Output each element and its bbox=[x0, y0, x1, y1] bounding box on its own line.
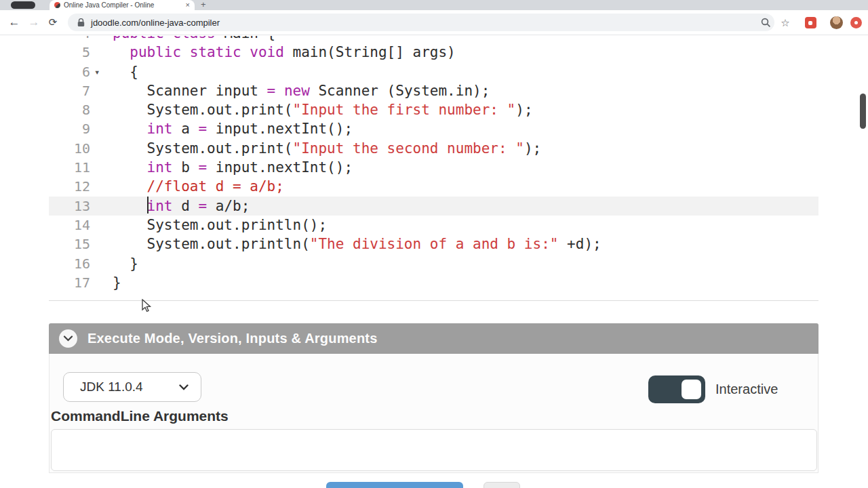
forward-button[interactable]: → bbox=[26, 10, 42, 35]
code-line-10[interactable]: 10 System.out.print("Input the second nu… bbox=[49, 139, 818, 158]
jdk-version-dropdown[interactable]: JDK 11.0.4 bbox=[63, 372, 201, 402]
fold-spacer bbox=[90, 36, 113, 43]
code-text: public static void main(String[] args) bbox=[113, 43, 818, 62]
browser-window: Online Java Compiler - Online × + ← → ⟳ … bbox=[0, 0, 868, 488]
fold-spacer bbox=[90, 177, 113, 196]
execute-panel-header[interactable]: Execute Mode, Version, Inputs & Argument… bbox=[49, 323, 818, 354]
fold-spacer bbox=[90, 235, 113, 253]
fold-spacer bbox=[90, 139, 113, 158]
code-text: int a = input.nextInt(); bbox=[113, 119, 818, 138]
secondary-action-button[interactable] bbox=[484, 482, 520, 488]
window-controls[interactable] bbox=[11, 1, 35, 9]
toggle-knob bbox=[682, 380, 701, 399]
code-text: int d = a/b; bbox=[113, 197, 818, 216]
fold-spacer bbox=[90, 43, 113, 62]
code-text: { bbox=[113, 62, 818, 81]
extension-icon[interactable] bbox=[804, 10, 817, 35]
zoom-icon[interactable] bbox=[758, 10, 773, 35]
chevron-down-icon bbox=[63, 336, 73, 342]
text-cursor bbox=[147, 197, 149, 214]
fold-spacer bbox=[90, 100, 113, 119]
line-number: 13 bbox=[49, 197, 90, 216]
commandline-arguments-label: CommandLine Arguments bbox=[51, 408, 229, 424]
code-line-14[interactable]: 14 System.out.println(); bbox=[49, 216, 818, 235]
editor-lines: 4public class Main {5 public static void… bbox=[49, 36, 818, 292]
code-line-6[interactable]: 6▾ { bbox=[49, 62, 818, 81]
line-number: 15 bbox=[49, 235, 90, 253]
back-button[interactable]: ← bbox=[6, 10, 22, 35]
line-number: 4 bbox=[49, 36, 90, 43]
profile-avatar[interactable] bbox=[829, 10, 844, 35]
line-number: 17 bbox=[49, 273, 90, 292]
line-number: 14 bbox=[49, 216, 90, 235]
fold-spacer bbox=[90, 216, 113, 235]
fold-spacer bbox=[90, 119, 113, 138]
code-line-12[interactable]: 12 //float d = a/b; bbox=[49, 177, 818, 196]
code-text: System.out.println(); bbox=[113, 216, 818, 235]
code-text: System.out.print("Input the first number… bbox=[113, 100, 818, 119]
fold-spacer bbox=[90, 158, 113, 177]
browser-menu-icon[interactable] bbox=[848, 10, 863, 35]
scrollbar-thumb[interactable] bbox=[860, 94, 866, 129]
tab-close-icon[interactable]: × bbox=[186, 0, 190, 10]
line-number: 7 bbox=[49, 81, 90, 100]
code-text: } bbox=[113, 273, 818, 292]
new-tab-button[interactable]: + bbox=[201, 0, 206, 10]
code-line-8[interactable]: 8 System.out.print("Input the first numb… bbox=[49, 100, 818, 119]
url-bar[interactable]: jdoodle.com/online-java-compiler bbox=[68, 14, 774, 31]
code-line-17[interactable]: 17} bbox=[49, 273, 818, 292]
code-line-5[interactable]: 5 public static void main(String[] args) bbox=[49, 43, 818, 62]
reload-button[interactable]: ⟳ bbox=[45, 10, 61, 35]
code-line-11[interactable]: 11 int b = input.nextInt(); bbox=[49, 158, 818, 177]
execute-panel-body: JDK 11.0.4 Interactive CommandLine Argum… bbox=[49, 354, 818, 473]
tab-title: Online Java Compiler - Online bbox=[64, 1, 183, 9]
line-number: 10 bbox=[49, 139, 90, 158]
collapse-toggle[interactable] bbox=[59, 329, 77, 348]
code-text: System.out.print("Input the second numbe… bbox=[113, 139, 818, 158]
fold-spacer bbox=[90, 273, 113, 292]
fold-arrow-icon[interactable]: ▾ bbox=[90, 62, 113, 81]
bookmark-star-icon[interactable]: ☆ bbox=[778, 10, 793, 35]
line-number: 6 bbox=[49, 62, 90, 81]
mouse-cursor bbox=[141, 299, 152, 312]
line-number: 16 bbox=[49, 254, 90, 273]
code-line-4[interactable]: 4public class Main { bbox=[49, 36, 818, 43]
line-number: 8 bbox=[49, 100, 90, 119]
fold-spacer bbox=[90, 81, 113, 100]
code-line-7[interactable]: 7 Scanner input = new Scanner (System.in… bbox=[49, 81, 818, 100]
tab-strip: Online Java Compiler - Online × + bbox=[0, 0, 868, 10]
code-line-9[interactable]: 9 int a = input.nextInt(); bbox=[49, 119, 818, 138]
jdk-version-label: JDK 11.0.4 bbox=[80, 380, 179, 394]
code-text: Scanner input = new Scanner (System.in); bbox=[113, 81, 818, 100]
interactive-label: Interactive bbox=[715, 375, 778, 403]
tab-favicon bbox=[54, 2, 60, 8]
browser-toolbar: ← → ⟳ jdoodle.com/online-java-compiler ☆ bbox=[0, 10, 868, 35]
code-line-16[interactable]: 16 } bbox=[49, 254, 818, 273]
code-text: System.out.println("The division of a an… bbox=[113, 235, 818, 253]
line-number: 9 bbox=[49, 119, 90, 138]
code-line-13[interactable]: 13 int d = a/b; bbox=[49, 197, 818, 216]
line-number: 11 bbox=[49, 158, 90, 177]
fold-spacer bbox=[90, 254, 113, 273]
code-text: int b = input.nextInt(); bbox=[113, 158, 818, 177]
fold-spacer bbox=[90, 197, 113, 216]
code-line-15[interactable]: 15 System.out.println("The division of a… bbox=[49, 235, 818, 253]
url-text: jdoodle.com/online-java-compiler bbox=[91, 18, 220, 28]
padlock-icon bbox=[77, 18, 85, 27]
commandline-arguments-input[interactable] bbox=[51, 429, 817, 471]
line-number: 12 bbox=[49, 177, 90, 196]
execute-button[interactable] bbox=[326, 482, 463, 488]
panel-title: Execute Mode, Version, Inputs & Argument… bbox=[87, 331, 378, 346]
code-editor[interactable]: 4public class Main {5 public static void… bbox=[49, 36, 818, 301]
code-text: //float d = a/b; bbox=[113, 177, 818, 196]
chevron-down-icon bbox=[179, 384, 189, 390]
browser-tab[interactable]: Online Java Compiler - Online × bbox=[50, 0, 195, 10]
interactive-toggle[interactable] bbox=[648, 375, 705, 403]
code-text: public class Main { bbox=[113, 36, 818, 43]
line-number: 5 bbox=[49, 43, 90, 62]
code-text: } bbox=[113, 254, 818, 273]
